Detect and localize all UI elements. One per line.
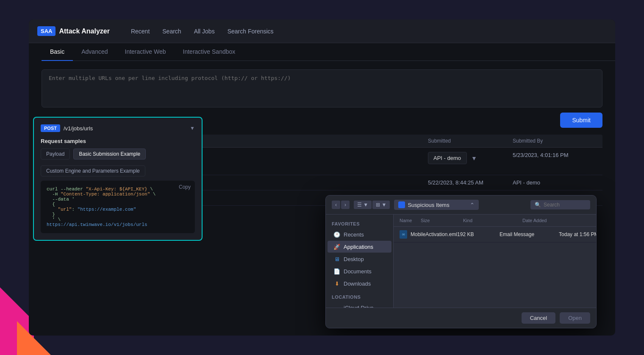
- fp-documents[interactable]: 📄 Documents: [328, 265, 391, 277]
- fp-sidebar: Favorites 🕐 Recents 🚀 Applications 🖥 Des…: [326, 215, 394, 308]
- fp-icloud[interactable]: ☁ iCloud Drive: [328, 302, 391, 308]
- code-line-1: curl --header "X-Api-Key: ${API_KEY} \: [47, 187, 189, 192]
- tab-interactive-web[interactable]: Interactive Web: [117, 43, 175, 61]
- submitted-by-2: API - demo: [513, 179, 597, 186]
- tab-interactive-sandbox[interactable]: Interactive Sandbox: [175, 43, 244, 61]
- fp-file-list: Name Size Kind Date Added ✉ MobileActiva…: [394, 215, 596, 308]
- fp-grid-view-button[interactable]: ⊞ ▼: [372, 201, 390, 209]
- fp-file-date-1: Today at 1:56 PM: [559, 231, 596, 237]
- request-samples-title: Request samples: [41, 138, 195, 144]
- fp-applications-label: Applications: [344, 244, 373, 250]
- fp-file-name-1: ✉ MobileActivation.eml: [400, 230, 457, 239]
- fp-recents[interactable]: 🕐 Recents: [328, 228, 391, 240]
- location-folder-icon: [398, 201, 405, 208]
- fp-location-selector[interactable]: Suspicious Items ⌃: [394, 200, 479, 210]
- url-textarea[interactable]: [49, 75, 595, 100]
- post-method-badge: POST: [41, 124, 60, 132]
- fp-file-name-text-1: MobileActivation.eml: [411, 231, 457, 237]
- code-line-6: }: [47, 212, 189, 217]
- documents-icon: 📄: [333, 268, 340, 275]
- fp-nav-buttons: ‹ ›: [332, 201, 350, 209]
- code-line-2: -H "Content-Type: application/json" \: [47, 192, 189, 197]
- code-line-4: {: [47, 202, 189, 207]
- file-picker-dialog: ‹ › ☰ ▼ ⊞ ▼ Suspicious Items ⌃ 🔍: [325, 195, 597, 328]
- fp-locations-label: Locations: [326, 293, 393, 301]
- fp-open-button[interactable]: Open: [560, 312, 590, 324]
- file-picker-toolbar: ‹ › ☰ ▼ ⊞ ▼ Suspicious Items ⌃ 🔍: [326, 195, 596, 215]
- col-submitted-by: Submitted By: [513, 138, 597, 144]
- fp-cancel-button[interactable]: Cancel: [522, 312, 555, 324]
- file-picker-body: Favorites 🕐 Recents 🚀 Applications 🖥 Des…: [326, 215, 596, 308]
- app-title: Attack Analyzer: [59, 28, 109, 35]
- submitted-date-2: 5/22/2023, 8:44:25 AM: [428, 179, 513, 186]
- fp-col-size: Size: [421, 218, 463, 223]
- post-header: POST /v1/jobs/urls ▼: [41, 124, 195, 132]
- code-line-3: --data ': [47, 197, 189, 202]
- fp-desktop[interactable]: 🖥 Desktop: [328, 253, 391, 265]
- fp-footer: Cancel Open: [326, 308, 596, 328]
- nav-search-forensics[interactable]: Search Forensics: [228, 26, 274, 36]
- tab-advanced[interactable]: Advanced: [73, 43, 116, 61]
- fp-back-button[interactable]: ‹: [332, 201, 340, 209]
- logo-badge: SAA: [37, 26, 56, 36]
- fp-applications[interactable]: 🚀 Applications: [328, 241, 391, 253]
- fp-search-icon: 🔍: [535, 202, 541, 208]
- applications-icon: 🚀: [333, 243, 340, 250]
- fp-location-inner: Suspicious Items: [398, 201, 449, 208]
- icloud-icon: ☁: [333, 304, 340, 308]
- code-line-5: "url": "https://example.com": [47, 207, 189, 212]
- tab-payload[interactable]: Payload: [41, 149, 70, 160]
- fp-file-row-1[interactable]: ✉ MobileActivation.eml 192 KB Email Mess…: [394, 227, 596, 242]
- post-header-left: POST /v1/jobs/urls: [41, 124, 93, 132]
- sample-tabs: Payload Basic Submission Example: [41, 149, 195, 160]
- fp-search-input[interactable]: [544, 202, 586, 208]
- dropdown-icon-1: ▼: [471, 155, 477, 162]
- fp-search-box[interactable]: 🔍: [530, 200, 590, 209]
- post-endpoint: /v1/jobs/urls: [64, 125, 93, 132]
- tab-basic-submission[interactable]: Basic Submission Example: [73, 149, 146, 160]
- nav-recent[interactable]: Recent: [131, 26, 150, 36]
- copy-button[interactable]: Copy: [179, 184, 191, 190]
- fp-downloads[interactable]: ⬇ Downloads: [328, 278, 391, 289]
- main-window: SAA Attack Analyzer Recent Search All Jo…: [29, 19, 615, 336]
- url-input-area[interactable]: [42, 69, 602, 107]
- fp-file-kind-1: Email Message: [500, 231, 559, 237]
- code-line-7: ' \: [47, 217, 189, 222]
- fp-downloads-label: Downloads: [344, 281, 371, 287]
- code-line-8: https://api.twinwave.io/v1/jobs/urls: [47, 222, 189, 227]
- fp-file-size-1: 192 KB: [457, 231, 500, 237]
- fp-location-label: Suspicious Items: [408, 202, 449, 208]
- fp-documents-label: Documents: [344, 268, 372, 275]
- fp-favorites-label: Favorites: [326, 220, 393, 228]
- engine-select-1[interactable]: API - demo: [428, 152, 467, 164]
- fp-col-kind: Kind: [463, 218, 522, 223]
- recents-icon: 🕐: [333, 231, 340, 238]
- post-overlay: POST /v1/jobs/urls ▼ Request samples Pay…: [33, 117, 203, 241]
- submitted-date-1: 5/23/2023, 4:01:16 PM: [513, 152, 597, 164]
- fp-location-chevron-icon: ⌃: [470, 202, 475, 208]
- navbar: SAA Attack Analyzer Recent Search All Jo…: [29, 19, 615, 43]
- nav-search[interactable]: Search: [162, 26, 181, 36]
- fp-desktop-label: Desktop: [344, 256, 364, 262]
- fp-view-buttons: ☰ ▼ ⊞ ▼: [354, 201, 390, 209]
- fp-col-name: Name: [400, 218, 421, 223]
- fp-table-header: Name Size Kind Date Added: [394, 215, 596, 227]
- file-eml-icon: ✉: [400, 230, 407, 239]
- fp-col-date: Date Added: [522, 218, 590, 223]
- tab-bar: Basic Advanced Interactive Web Interacti…: [42, 43, 615, 61]
- fp-forward-button[interactable]: ›: [341, 201, 350, 209]
- desktop-icon: 🖥: [333, 256, 340, 262]
- submit-button[interactable]: Submit: [560, 113, 602, 128]
- tab-custom-engine[interactable]: Custom Engine and Parameters Example: [41, 165, 145, 176]
- code-block: Copy curl --header "X-Api-Key: ${API_KEY…: [41, 181, 195, 233]
- fp-recents-label: Recents: [344, 231, 364, 238]
- downloads-icon: ⬇: [333, 280, 340, 287]
- col-submitted: Submitted: [428, 138, 513, 144]
- fp-list-view-button[interactable]: ☰ ▼: [354, 201, 372, 209]
- chevron-down-icon[interactable]: ▼: [190, 125, 195, 131]
- nav-all-jobs[interactable]: All Jobs: [194, 26, 215, 36]
- tab-basic[interactable]: Basic: [42, 43, 73, 61]
- fp-icloud-label: iCloud Drive: [344, 305, 374, 308]
